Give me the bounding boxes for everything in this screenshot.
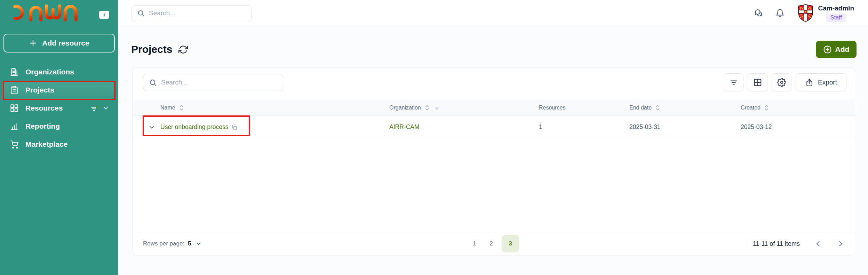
chevron-left-icon	[102, 13, 106, 17]
sidebar-item-label: Organizations	[25, 68, 74, 76]
gear-icon	[777, 78, 786, 87]
project-name-link[interactable]: User onboarding process	[160, 123, 229, 131]
dawn-logo	[9, 3, 83, 22]
chevron-down-icon	[148, 124, 155, 131]
chevron-down-icon[interactable]	[102, 105, 109, 112]
table-header: Name Organization Resources End date Cre…	[133, 100, 855, 116]
global-search-input[interactable]	[149, 9, 246, 17]
sidebar-item-organizations[interactable]: Organizations	[4, 63, 114, 81]
column-header-name: Name	[160, 105, 175, 111]
page-button-1[interactable]: 1	[468, 236, 481, 251]
sidebar-item-resources[interactable]: Resources	[4, 99, 114, 117]
sidebar-nav: Organizations Projects Resources	[0, 63, 118, 153]
user-menu[interactable]: Cam-admin Staff	[797, 4, 854, 22]
previous-page-button[interactable]	[814, 240, 822, 248]
sidebar: Add resource Organizations Projects Reso…	[0, 0, 118, 275]
chat-icon	[754, 8, 763, 18]
copy-icon[interactable]	[231, 124, 238, 130]
add-button[interactable]: Add	[816, 41, 857, 58]
messages-button[interactable]	[754, 8, 763, 18]
filter-button[interactable]	[724, 73, 743, 91]
column-header-created: Created	[741, 105, 761, 111]
bell-icon	[775, 9, 785, 18]
building-icon	[10, 67, 19, 76]
end-date-value: 2025-03-31	[629, 123, 661, 131]
user-name: Cam-admin	[818, 5, 854, 12]
plus-circle-icon	[823, 45, 832, 54]
table-row[interactable]: User onboarding process AIRR-CAM 1 2025-…	[133, 116, 855, 138]
refresh-icon	[178, 45, 188, 54]
chevron-left-icon	[814, 240, 822, 248]
sidebar-item-label: Resources	[25, 104, 63, 112]
sort-icon[interactable]	[765, 105, 769, 111]
chevron-down-icon	[196, 241, 202, 247]
add-button-label: Add	[835, 45, 850, 54]
items-summary: 11-11 of 11 items	[753, 240, 800, 248]
sidebar-item-reporting[interactable]: Reporting	[4, 117, 114, 135]
column-header-organization: Organization	[389, 105, 421, 111]
add-resource-label: Add resource	[42, 39, 89, 47]
rows-per-page-label: Rows per page:	[143, 240, 184, 247]
settings-button[interactable]	[772, 73, 791, 91]
projects-card: Export Name Organization Resources End d…	[132, 67, 855, 256]
page-buttons: 1 2 3	[468, 235, 519, 252]
cart-icon	[10, 140, 19, 149]
export-button[interactable]: Export	[796, 73, 846, 91]
export-icon	[805, 78, 814, 87]
topbar: Cam-admin Staff	[118, 0, 868, 26]
user-role-badge: Staff	[826, 14, 846, 22]
search-icon	[149, 79, 157, 87]
sort-icon[interactable]	[180, 105, 183, 111]
table-grid-icon	[753, 78, 762, 87]
rows-per-page-value: 5	[188, 240, 191, 247]
page-button-3[interactable]: 3	[502, 235, 519, 252]
filter-lines-icon	[729, 78, 738, 87]
rows-per-page-select[interactable]: 5	[188, 240, 201, 247]
sidebar-item-label: Reporting	[25, 122, 60, 130]
refresh-button[interactable]	[178, 45, 188, 54]
row-expand-button[interactable]	[148, 124, 155, 131]
search-icon	[137, 9, 145, 17]
sidebar-item-label: Projects	[25, 86, 54, 94]
column-header-end-date: End date	[629, 105, 652, 111]
page-title: Projects	[131, 43, 172, 55]
avatar	[797, 4, 814, 22]
next-page-button[interactable]	[837, 240, 844, 248]
table-search[interactable]	[143, 74, 283, 91]
add-resource-button[interactable]: Add resource	[3, 34, 115, 52]
grid-icon	[10, 104, 19, 113]
sidebar-collapse-button[interactable]	[99, 11, 109, 19]
sidebar-item-label: Marketplace	[25, 140, 67, 148]
bar-chart-icon	[10, 122, 19, 131]
filter-active-icon[interactable]	[90, 104, 99, 113]
pagination-bar: Rows per page: 5 1 2 3 11-11 of 11 items	[133, 232, 855, 255]
sort-icon[interactable]	[425, 105, 429, 111]
export-button-label: Export	[818, 79, 837, 86]
plus-icon	[29, 39, 37, 47]
clipboard-icon	[10, 86, 19, 95]
created-date-value: 2025-03-12	[741, 123, 772, 131]
sort-icon[interactable]	[656, 105, 660, 111]
column-filter-icon[interactable]	[434, 105, 440, 111]
organization-link[interactable]: AIRR-CAM	[389, 123, 420, 131]
chevron-right-icon	[837, 240, 844, 248]
column-header-resources: Resources	[539, 105, 565, 111]
main-content: Projects Add	[118, 26, 868, 275]
notifications-button[interactable]	[775, 9, 785, 18]
table-search-input[interactable]	[161, 79, 277, 86]
columns-button[interactable]	[748, 73, 767, 91]
page-button-2[interactable]: 2	[485, 236, 497, 251]
sidebar-item-projects[interactable]: Projects	[4, 81, 114, 99]
resources-count: 1	[539, 123, 542, 131]
global-search[interactable]	[131, 5, 252, 21]
sidebar-item-marketplace[interactable]: Marketplace	[4, 135, 114, 153]
